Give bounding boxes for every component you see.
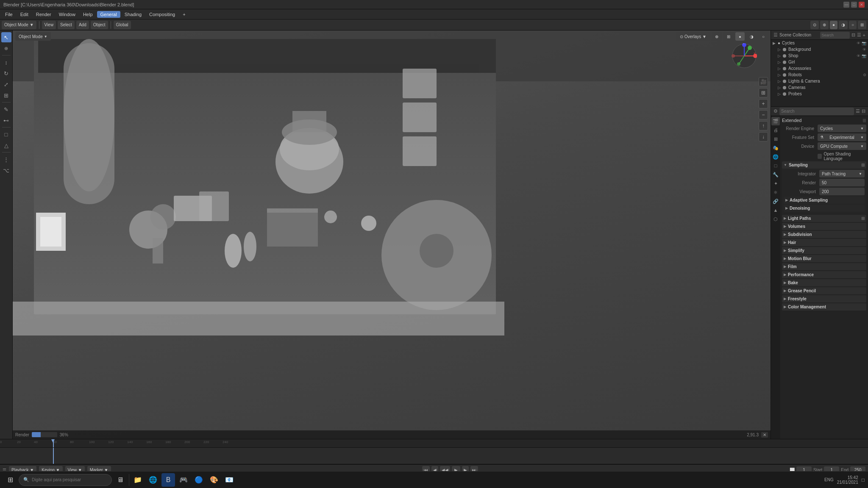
- visibility-icon[interactable]: 👁: [857, 41, 860, 45]
- viewport-gizmo[interactable]: X Y Z: [732, 43, 757, 69]
- viewport-shading-wf[interactable]: ⊞: [723, 32, 734, 41]
- outliner-item-accessories[interactable]: ▷ Accessories: [771, 65, 868, 72]
- outliner-item-robots[interactable]: ▷ Robots ⚙: [771, 72, 868, 78]
- outliner-item-cameras[interactable]: ▷ Cameras: [771, 84, 868, 91]
- open-shading-checkbox[interactable]: [818, 154, 822, 159]
- viewport-value[interactable]: 200: [819, 188, 865, 195]
- lattice-btn[interactable]: ⋮: [1, 154, 11, 164]
- outliner-item-cycles[interactable]: ▶ ● Cycles 👁 📷: [771, 40, 868, 46]
- outliner-add-btn[interactable]: +: [863, 33, 865, 38]
- simplify-header[interactable]: ▶ Simplify: [782, 247, 866, 254]
- viewport-overlay-btn[interactable]: ⊙ Overlays ▼: [676, 32, 710, 41]
- outliner-item-lights[interactable]: ▷ Lights & Camera: [771, 78, 868, 84]
- prop-tab-render[interactable]: 🎬: [771, 117, 780, 125]
- outliner-item-girl[interactable]: ▷ Girl: [771, 59, 868, 65]
- menu-general[interactable]: General: [97, 11, 120, 18]
- move-tool-btn[interactable]: ↕: [1, 57, 11, 67]
- add-cube-btn[interactable]: □: [1, 129, 11, 139]
- taskbar-chrome[interactable]: 🌐: [146, 473, 160, 487]
- hair-header[interactable]: ▶ Hair: [782, 239, 866, 246]
- pan-up-btn[interactable]: ↑: [759, 121, 768, 130]
- viewport[interactable]: Object Mode ▼ ⊙ Overlays ▼ ⊕ ⊞ ● ◑ ○: [13, 30, 771, 439]
- properties-search[interactable]: [779, 108, 854, 115]
- motion-blur-header[interactable]: ▶ Motion Blur: [782, 255, 866, 262]
- scale-tool-btn[interactable]: ⤢: [1, 79, 11, 89]
- performance-header[interactable]: ▶ Performance: [782, 271, 866, 278]
- prop-top-options[interactable]: ☰: [862, 118, 866, 123]
- shop-vis-icon[interactable]: 👁: [857, 54, 860, 58]
- taskbar-app2[interactable]: 🎮: [177, 473, 190, 487]
- menu-shading[interactable]: Shading: [121, 11, 145, 18]
- viewport-shading-render[interactable]: ○: [849, 21, 857, 29]
- toolbar-object-btn[interactable]: Object: [91, 21, 108, 29]
- prop-tab-constraints[interactable]: 🔗: [771, 197, 780, 205]
- light-paths-options[interactable]: ⊞: [861, 216, 865, 221]
- viewport-shading-r[interactable]: ○: [759, 32, 768, 41]
- timeline-track[interactable]: [0, 448, 868, 464]
- menu-compositing[interactable]: Compositing: [146, 11, 178, 18]
- film-header[interactable]: ▶ Film: [782, 263, 866, 270]
- viewport-gizmo-toggle[interactable]: ⊕: [820, 21, 829, 29]
- taskbar-search-input[interactable]: [32, 477, 107, 482]
- subdivision-header[interactable]: ▶ Subdivision: [782, 231, 866, 238]
- outliner-item-shop[interactable]: ▷ Shop 👁 📷: [771, 53, 868, 59]
- rotate-tool-btn[interactable]: ↻: [1, 68, 11, 78]
- viewport-gizmo-display-btn[interactable]: ⊕: [712, 32, 722, 41]
- grease-pencil-header[interactable]: ▶ Grease Pencil: [782, 287, 866, 294]
- properties-options-btn[interactable]: ☰: [856, 108, 860, 114]
- taskbar-app1[interactable]: B: [161, 473, 175, 487]
- viewport-mode-dropdown[interactable]: Object Mode ▼: [15, 32, 51, 41]
- measure-tool-btn[interactable]: ⊷: [1, 115, 11, 125]
- select-tool-btn[interactable]: ↖: [1, 32, 11, 42]
- prop-tab-output[interactable]: 🖨: [771, 126, 780, 134]
- taskbar-app3[interactable]: 🔵: [192, 473, 206, 487]
- start-menu-btn[interactable]: ⊞: [3, 473, 17, 487]
- menu-add-workspace[interactable]: +: [179, 11, 189, 18]
- zoom-region-btn[interactable]: ⊞: [759, 88, 768, 97]
- volumes-header[interactable]: ▶ Volumes: [782, 223, 866, 230]
- render-engine-dropdown[interactable]: Cycles ▼: [818, 125, 866, 132]
- zoom-camera-btn[interactable]: 🎥: [759, 77, 768, 86]
- prop-tab-object[interactable]: □: [771, 161, 780, 170]
- notification-icon[interactable]: □: [862, 477, 865, 483]
- render-visibility-icon[interactable]: 📷: [862, 41, 866, 45]
- smooth-btn[interactable]: ⌥: [1, 165, 11, 175]
- prop-tab-modifier[interactable]: 🔧: [771, 170, 780, 179]
- zoom-out-btn[interactable]: −: [759, 110, 768, 119]
- transform-tool-btn[interactable]: ⊞: [1, 90, 11, 100]
- menu-help[interactable]: Help: [80, 11, 96, 18]
- toolbar-view-btn[interactable]: View: [42, 21, 56, 29]
- menu-edit[interactable]: Edit: [17, 11, 32, 18]
- prop-tab-world[interactable]: 🌐: [771, 152, 780, 161]
- pan-down-btn[interactable]: ↓: [759, 132, 768, 141]
- integrator-dropdown[interactable]: Path Tracing ▼: [819, 170, 865, 177]
- prop-tab-data[interactable]: ▲: [771, 206, 780, 214]
- viewport-overlay-toggle[interactable]: ⊙: [810, 21, 819, 29]
- menu-render[interactable]: Render: [33, 11, 55, 18]
- minimize-btn[interactable]: —: [843, 2, 849, 8]
- viewport-shading-s[interactable]: ●: [735, 32, 745, 41]
- outliner-options-btn[interactable]: ☰: [857, 32, 861, 38]
- outliner-filter-btn[interactable]: ⊟: [851, 32, 855, 38]
- render-value[interactable]: 50: [819, 179, 865, 186]
- prop-tab-material[interactable]: ⬡: [771, 215, 780, 223]
- viewport-shading-material[interactable]: ◑: [839, 21, 848, 29]
- sampling-options-icon[interactable]: ⊞: [861, 163, 865, 167]
- device-dropdown[interactable]: GPU Compute ▼: [818, 142, 866, 150]
- prop-tab-view-layer[interactable]: ⊞: [771, 135, 780, 143]
- outliner-item-probes[interactable]: ▷ Probes: [771, 91, 868, 97]
- prop-tab-scene[interactable]: 🎭: [771, 144, 780, 152]
- prop-tab-particles[interactable]: ✦: [771, 179, 780, 188]
- render-close-btn[interactable]: ✕: [761, 432, 768, 438]
- taskbar-app4[interactable]: 🎨: [207, 473, 221, 487]
- cursor-tool-btn[interactable]: ⊕: [1, 43, 11, 53]
- viewport-shading-solid[interactable]: ●: [830, 21, 837, 29]
- close-btn[interactable]: ✕: [859, 2, 865, 8]
- annotate-tool-btn[interactable]: ✎: [1, 104, 11, 114]
- properties-pin-btn[interactable]: ⊟: [862, 108, 865, 114]
- freestyle-header[interactable]: ▶ Freestyle: [782, 295, 866, 302]
- light-paths-header[interactable]: ▶ Light Paths ⊞: [782, 215, 866, 222]
- sampling-header[interactable]: ▼ Sampling ⊞: [782, 161, 866, 169]
- adaptive-sampling-header[interactable]: ▶ Adaptive Sampling: [784, 197, 865, 204]
- maximize-btn[interactable]: □: [851, 2, 857, 8]
